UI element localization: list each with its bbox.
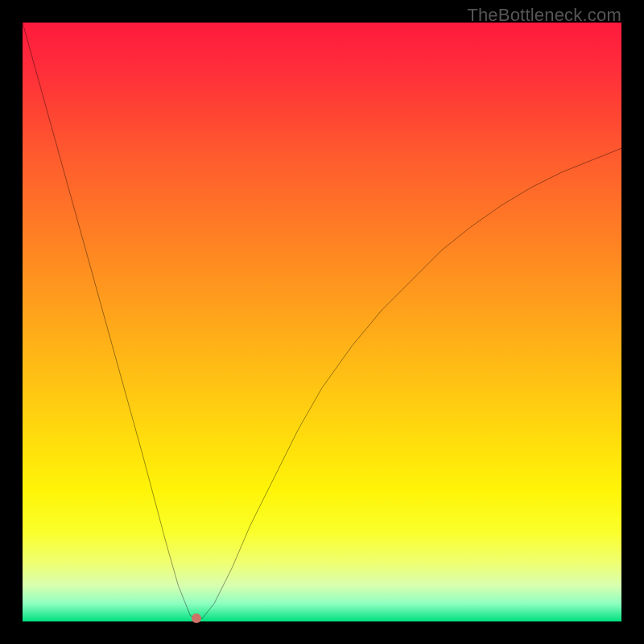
watermark-text: TheBottleneck.com bbox=[467, 5, 621, 26]
minimum-marker bbox=[192, 613, 201, 623]
chart-plot-area bbox=[23, 23, 621, 621]
